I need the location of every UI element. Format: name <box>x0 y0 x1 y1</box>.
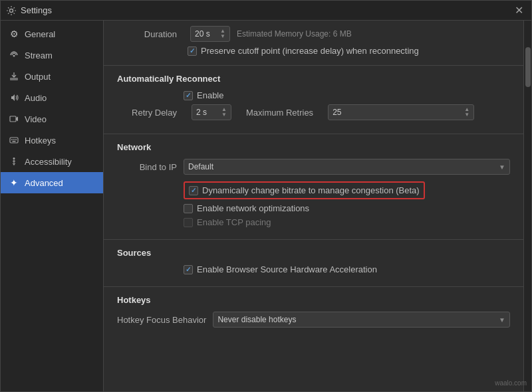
network-opt-checkbox[interactable] <box>184 204 193 213</box>
network-opt-row: Enable network optimizations <box>184 203 510 213</box>
preserve-cutoff-checkbox[interactable] <box>188 47 197 56</box>
settings-window: Settings ✕ ⚙ General Stream <box>0 0 532 392</box>
sources-title: Sources <box>117 248 510 258</box>
browser-hw-label: Enable Browser Source Hardware Accelerat… <box>197 264 377 274</box>
main-panel: Duration 20 s ▲ ▼ Estimated Memory Usage… <box>104 21 523 391</box>
retry-delay-arrows: ▲ ▼ <box>221 107 227 118</box>
retry-delay-value: 2 s <box>196 108 219 117</box>
dynamic-bitrate-highlight: Dynamically change bitrate to manage con… <box>184 181 425 199</box>
svg-rect-5 <box>11 140 13 141</box>
enable-label: Enable <box>197 90 223 100</box>
sidebar-item-advanced[interactable]: ✦ Advanced <box>1 172 103 193</box>
accessibility-icon <box>9 156 19 167</box>
watermark: waalo.com <box>495 379 527 387</box>
bind-to-ip-label: Bind to IP <box>117 162 177 172</box>
hotkeys-section: Hotkeys Hotkey Focus Behavior Never disa… <box>104 287 523 342</box>
sidebar-label-audio: Audio <box>25 93 47 103</box>
video-icon <box>9 114 19 124</box>
sources-section: Sources Enable Browser Source Hardware A… <box>104 240 523 286</box>
sidebar-item-accessibility[interactable]: Accessibility <box>1 151 103 172</box>
sidebar-item-output[interactable]: Output <box>1 66 103 87</box>
duration-down-arrow[interactable]: ▼ <box>220 34 225 39</box>
svg-rect-8 <box>13 141 16 142</box>
scrollbar-thumb[interactable] <box>525 47 531 87</box>
enable-checkbox[interactable] <box>184 91 193 100</box>
duration-row: Duration 20 s ▲ ▼ Estimated Memory Usage… <box>117 26 510 42</box>
bind-to-ip-dropdown[interactable]: Default ▼ <box>184 159 510 175</box>
sidebar-label-stream: Stream <box>25 50 53 60</box>
close-button[interactable]: ✕ <box>512 4 526 17</box>
duration-arrows: ▲ ▼ <box>220 29 225 39</box>
duration-value: 20 s <box>195 29 217 39</box>
dynamic-bitrate-label: Dynamically change bitrate to manage con… <box>202 185 420 195</box>
hotkeys-icon <box>9 135 19 146</box>
chevron-down-icon: ▼ <box>499 163 505 171</box>
browser-hw-checkbox[interactable] <box>184 265 193 274</box>
network-title: Network <box>117 142 510 152</box>
sidebar-item-audio[interactable]: Audio <box>1 87 103 108</box>
window-title: Settings <box>21 5 52 15</box>
tcp-pacing-row: Enable TCP pacing <box>184 217 510 227</box>
network-opt-label: Enable network optimizations <box>197 203 309 213</box>
svg-point-0 <box>10 9 13 12</box>
network-section: Network Bind to IP Default ▼ Dynamically… <box>104 134 523 239</box>
focus-behavior-value: Never disable hotkeys <box>217 315 496 324</box>
advanced-icon: ✦ <box>9 177 19 188</box>
preserve-cutoff-row: Preserve cutoff point (increase delay) w… <box>117 46 510 56</box>
retry-delay-label: Retry Delay <box>117 108 177 118</box>
scrollbar-area: Duration 20 s ▲ ▼ Estimated Memory Usage… <box>104 21 531 391</box>
titlebar-left: Settings <box>6 5 52 16</box>
max-retries-down[interactable]: ▼ <box>464 112 469 118</box>
audio-icon <box>9 92 19 103</box>
sidebar-item-stream[interactable]: Stream <box>1 45 103 66</box>
sidebar-item-hotkeys[interactable]: Hotkeys <box>1 130 103 151</box>
svg-rect-7 <box>15 140 17 141</box>
enable-row: Enable <box>184 90 510 100</box>
bind-to-ip-row: Bind to IP Default ▼ <box>117 159 510 175</box>
focus-behavior-row: Hotkey Focus Behavior Never disable hotk… <box>117 312 510 328</box>
output-icon <box>9 71 19 82</box>
auto-reconnect-section: Automatically Reconnect Enable Retry Del… <box>104 66 523 134</box>
tcp-pacing-checkbox <box>184 218 193 227</box>
stream-icon <box>9 50 19 60</box>
svg-rect-2 <box>10 78 18 80</box>
svg-point-1 <box>13 55 15 57</box>
dynamic-bitrate-row: Dynamically change bitrate to manage con… <box>184 181 510 199</box>
svg-point-9 <box>13 157 15 159</box>
focus-chevron-icon: ▼ <box>499 316 505 324</box>
browser-hw-row: Enable Browser Source Hardware Accelerat… <box>184 264 510 274</box>
sidebar-label-output: Output <box>25 72 51 82</box>
titlebar: Settings ✕ <box>1 1 531 21</box>
memory-label: Estimated Memory Usage: 6 MB <box>237 29 352 39</box>
sidebar-label-hotkeys: Hotkeys <box>25 136 56 146</box>
duration-label: Duration <box>117 29 177 39</box>
focus-behavior-dropdown[interactable]: Never disable hotkeys ▼ <box>213 312 510 328</box>
svg-rect-3 <box>10 116 16 122</box>
retry-delay-spinbox[interactable]: 2 s ▲ ▼ <box>192 104 231 120</box>
sidebar-label-accessibility: Accessibility <box>25 157 72 167</box>
retry-delay-down[interactable]: ▼ <box>221 112 227 118</box>
content-area: ⚙ General Stream <box>1 21 531 391</box>
retry-delay-row: Retry Delay 2 s ▲ ▼ Maximum Retries 25 <box>117 104 510 120</box>
max-retries-value: 25 <box>332 108 462 117</box>
focus-behavior-label: Hotkey Focus Behavior <box>117 315 206 325</box>
sidebar-item-video[interactable]: Video <box>1 108 103 130</box>
sidebar-label-video: Video <box>25 114 47 124</box>
hotkeys-title: Hotkeys <box>117 295 510 305</box>
max-retries-label: Maximum Retries <box>246 108 313 118</box>
tcp-pacing-label: Enable TCP pacing <box>197 217 271 227</box>
dynamic-bitrate-checkbox[interactable] <box>189 186 198 195</box>
sidebar: ⚙ General Stream <box>1 21 104 391</box>
auto-reconnect-title: Automatically Reconnect <box>117 74 510 84</box>
top-section: Duration 20 s ▲ ▼ Estimated Memory Usage… <box>104 21 523 65</box>
sidebar-label-advanced: Advanced <box>25 178 63 188</box>
max-retries-spinbox[interactable]: 25 ▲ ▼ <box>328 104 474 120</box>
sidebar-item-general[interactable]: ⚙ General <box>1 23 103 45</box>
svg-rect-6 <box>13 140 15 141</box>
duration-spinbox[interactable]: 20 s ▲ ▼ <box>190 26 230 42</box>
max-retries-arrows: ▲ ▼ <box>464 107 469 118</box>
preserve-cutoff-label: Preserve cutoff point (increase delay) w… <box>201 46 419 56</box>
sidebar-label-general: General <box>25 29 55 39</box>
scrollbar-track[interactable] <box>523 21 531 391</box>
bind-to-ip-value: Default <box>188 162 496 171</box>
